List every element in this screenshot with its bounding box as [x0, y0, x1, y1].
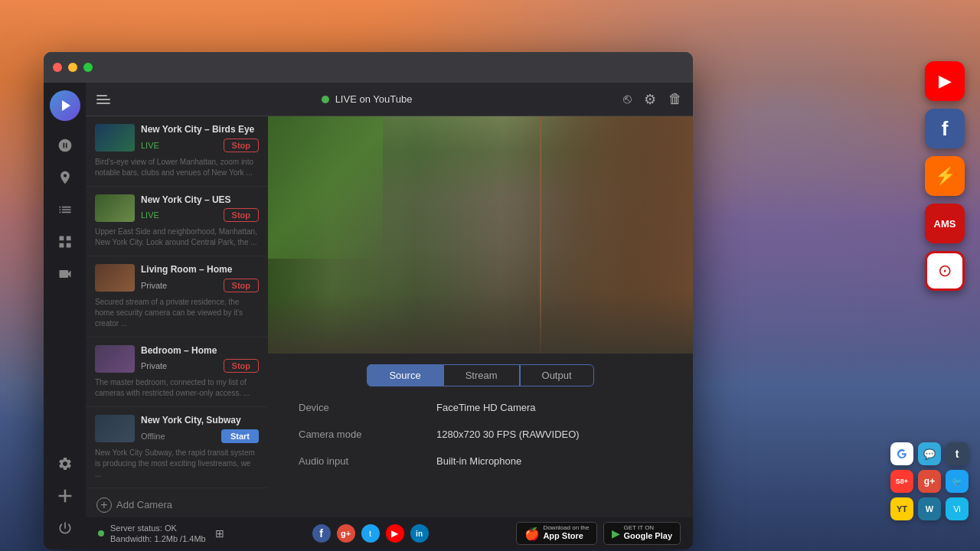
google-play-name: Google Play [623, 531, 672, 541]
camera-action-subway[interactable]: Start [221, 429, 259, 443]
minimize-button[interactable] [68, 63, 77, 72]
audio-input-value: Built-in Microphone [436, 455, 521, 467]
nav-icon-book[interactable] [51, 132, 79, 159]
live-status-text: LIVE on YouTube [335, 93, 413, 105]
camera-desc-living-room: Secured stream of a private residence, t… [95, 297, 259, 329]
google-play-text: GET IT ON Google Play [623, 525, 672, 541]
camera-header-birds-eye: New York City – Birds Eye LIVE Stop [95, 124, 259, 152]
nav-icon-list[interactable] [51, 196, 79, 223]
right-panel: Source Stream Output Device FaceTime HD … [268, 116, 693, 517]
camera-desc-subway: New York City Subway, the rapid transit … [95, 448, 259, 480]
camera-item-subway[interactable]: New York City, Subway Offline Start New … [86, 407, 268, 488]
menu-button[interactable] [96, 95, 110, 104]
camera-status-row-subway: Offline Start [141, 429, 259, 443]
server-status-text: Server status: OK Bandwidth: 1.2Mb /1.4M… [110, 523, 206, 545]
share-button[interactable]: ⎋ [623, 91, 632, 107]
camera-info-living-room: Living Room – Home Private Stop [141, 264, 259, 292]
bandwidth-icon: ⊞ [215, 527, 224, 540]
camera-thumb-ues [95, 194, 135, 222]
camera-status-row-birds-eye: LIVE Stop [141, 139, 259, 152]
s8-mini-icon[interactable]: S8+ [890, 470, 913, 493]
left-nav [44, 83, 86, 549]
camera-item-ues[interactable]: New York City – UES LIVE Stop Upper East… [86, 187, 268, 257]
camera-desc-ues: Upper East Side and neighborhood, Manhat… [95, 227, 259, 248]
lightning-dock-icon[interactable]: ⚡ [925, 156, 965, 196]
camera-status-row-bedroom: Private Stop [141, 359, 259, 373]
youtube-dock-icon[interactable]: ▶ [925, 61, 965, 101]
camera-header-subway: New York City, Subway Offline Start [95, 415, 259, 443]
nav-icon-video[interactable] [51, 260, 79, 288]
camera-item-bedroom[interactable]: Bedroom – Home Private Stop The master b… [86, 337, 268, 408]
footer-status-area: Server status: OK Bandwidth: 1.2Mb /1.4M… [98, 523, 224, 545]
camera-title-birds-eye: New York City – Birds Eye [141, 124, 259, 136]
youtube-social-icon[interactable]: ▶ [386, 524, 404, 543]
nav-icon-settings[interactable] [51, 450, 79, 478]
facebook-social-icon[interactable]: f [312, 524, 331, 543]
camera-info-birds-eye: New York City – Birds Eye LIVE Stop [141, 124, 259, 152]
app-logo[interactable] [50, 90, 80, 121]
camera-mode-row: Camera mode 980x551 30 FPS (RAWVIDEO) [299, 429, 662, 440]
camera-header-ues: New York City – UES LIVE Stop [95, 194, 259, 223]
nav-icon-plus-medical[interactable] [51, 482, 79, 510]
nav-icon-map[interactable] [51, 164, 79, 191]
camera-title-subway: New York City, Subway [141, 415, 259, 427]
add-camera-button[interactable]: + Add Camera [86, 488, 268, 517]
camera-item-living-room[interactable]: Living Room – Home Private Stop Secured … [86, 256, 268, 337]
add-camera-label: Add Camera [116, 499, 172, 510]
gplus-mini-icon[interactable]: g+ [918, 470, 941, 493]
google-play-button[interactable]: ▶ GET IT ON Google Play [603, 522, 681, 544]
camera-desc-birds-eye: Bird's-eye view of Lower Manhattan, zoom… [95, 157, 259, 178]
vimeo-mini-icon[interactable]: Vi [946, 497, 969, 520]
nav-icon-power[interactable] [51, 514, 79, 542]
camera-thumb-birds-eye [95, 124, 135, 152]
google-mini-icon[interactable] [890, 442, 913, 465]
nav-icon-grid[interactable] [51, 228, 79, 256]
camera-action-living-room[interactable]: Stop [224, 279, 259, 292]
googleplus-social-icon[interactable]: g+ [337, 524, 355, 543]
mini-dock: 💬 t S8+ g+ 🐦 YT W Vi [890, 442, 969, 520]
twitter-mini-icon[interactable]: 🐦 [946, 470, 969, 493]
device-label: Device [299, 402, 436, 413]
camera-thumb-living-room [95, 264, 135, 292]
source-tab[interactable]: Source [367, 364, 443, 386]
app-store-name: App Store [543, 531, 589, 541]
content-area: New York City – Birds Eye LIVE Stop Bird… [86, 116, 693, 517]
facebook-dock-icon[interactable]: f [925, 109, 965, 148]
output-tab[interactable]: Output [520, 364, 594, 386]
message-mini-icon[interactable]: 💬 [918, 442, 941, 465]
app-store-sub: Download on the [543, 525, 589, 531]
camera-info-subway: New York City, Subway Offline Start [141, 415, 259, 443]
settings-button[interactable]: ⚙ [644, 91, 656, 108]
camera-title-bedroom: Bedroom – Home [141, 345, 259, 357]
camera-status-living-room: Private [141, 281, 167, 290]
ams-dock-icon[interactable]: AMS [925, 204, 965, 243]
camera-status-row-ues: LIVE Stop [141, 208, 259, 222]
tumblr-mini-icon[interactable]: t [946, 442, 969, 465]
delete-button[interactable]: 🗑 [668, 91, 682, 107]
app-store-text: Download on the App Store [543, 525, 589, 541]
twitter-social-icon[interactable]: t [361, 524, 380, 543]
camera-status-birds-eye: LIVE [141, 141, 159, 150]
footer-social-icons: f g+ t ▶ in [312, 524, 429, 543]
add-icon: + [96, 497, 112, 513]
app-store-button[interactable]: 🍎 Download on the App Store [516, 522, 597, 544]
camera-action-birds-eye[interactable]: Stop [224, 139, 259, 152]
camera-header-bedroom: Bedroom – Home Private Stop [95, 345, 259, 373]
camera-mode-label: Camera mode [299, 429, 436, 440]
stream-tab[interactable]: Stream [443, 364, 520, 386]
target-dock-icon[interactable]: ⊙ [925, 251, 965, 291]
close-button[interactable] [53, 63, 62, 72]
linkedin-social-icon[interactable]: in [410, 524, 429, 543]
tab-row: Source Stream Output [268, 354, 693, 386]
right-dock: ▶ f ⚡ AMS ⊙ [925, 61, 965, 291]
camera-item-birds-eye[interactable]: New York City – Birds Eye LIVE Stop Bird… [86, 116, 268, 187]
bottom-panel: Source Stream Output Device FaceTime HD … [268, 354, 693, 517]
app-window: LIVE on YouTube ⎋ ⚙ 🗑 New York City – Bi… [44, 52, 693, 549]
title-bar [44, 52, 693, 83]
maximize-button[interactable] [83, 63, 93, 72]
camera-action-ues[interactable]: Stop [224, 208, 259, 222]
wordpress-mini-icon[interactable]: W [918, 497, 941, 520]
camera-action-bedroom[interactable]: Stop [224, 359, 259, 373]
camera-info-bedroom: Bedroom – Home Private Stop [141, 345, 259, 373]
youtube-mini-icon[interactable]: YT [890, 497, 913, 520]
